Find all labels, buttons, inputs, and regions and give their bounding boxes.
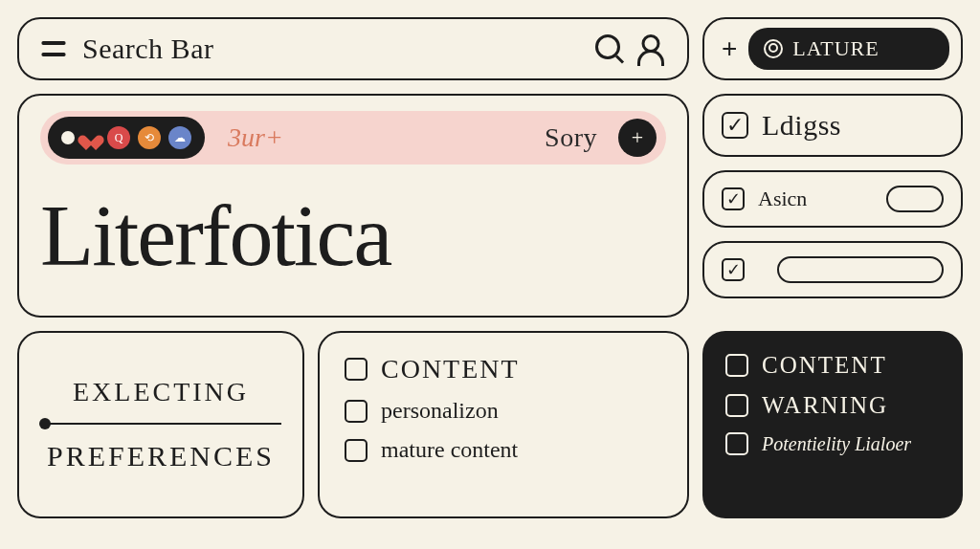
divider-icon [40,423,281,426]
circle-red-icon: Q [107,126,130,149]
tab-label-2: Sory [545,122,597,153]
ldigss-label: Ldigss [762,109,841,142]
tab-icon-cluster[interactable]: Q ⟲ ☁ [48,117,205,159]
mini-pill-icon [886,186,944,212]
content-heading-row: CONTENT [345,354,662,384]
checkbox-icon[interactable] [345,400,368,423]
circle-orange-icon: ⟲ [138,126,161,149]
warn-row-2: WARNING [725,392,940,419]
prefs-line1: EXLECTING [73,377,249,407]
top-right-group: + LATURE [702,17,963,80]
warning-panel: CONTENT WARNING Potentielity Lialoer [702,331,963,518]
user-mini-icon [764,39,783,58]
circle-blue-icon: ☁ [168,126,191,149]
prefs-line2: PREFERENCES [47,440,275,472]
warn-row-1: CONTENT [725,352,940,379]
asicn-panel[interactable]: ✓ Asicn [702,170,963,228]
content-item-1-row: personalizon [345,398,662,424]
plus-icon[interactable]: + [722,33,737,64]
lature-label: LATURE [792,36,879,61]
checkbox-icon[interactable]: ✓ [722,112,748,139]
blank-panel[interactable]: ✓ [702,241,963,298]
warn-row-3: Potentielity Lialoer [725,432,940,455]
content-item-1: personalizon [381,398,499,424]
content-panel: CONTENT personalizon mature content [318,331,689,518]
checkbox-icon[interactable] [725,394,748,417]
warn-line3: Potentielity Lialoer [762,433,911,455]
warn-line2: WARNING [762,392,888,419]
content-item-2-row: mature content [345,437,662,463]
search-bar[interactable]: Search Bar [17,17,689,80]
checkbox-icon[interactable]: ✓ [722,258,745,281]
checkbox-icon[interactable]: ✓ [722,187,745,210]
asicn-label: Asicn [758,187,807,211]
ldigss-panel[interactable]: ✓ Ldigss [702,94,963,157]
content-heading: CONTENT [381,354,520,384]
dot-icon [61,131,75,144]
hero-panel: Q ⟲ ☁ 3ur+ Sory + Literfotica [17,94,689,318]
preferences-panel: EXLECTING PREFERENCES [17,331,304,518]
mini-pill-icon [777,256,944,283]
checkbox-icon[interactable] [345,358,368,381]
menu-icon[interactable] [40,37,67,60]
user-icon[interactable] [637,34,664,63]
search-placeholder: Search Bar [82,33,580,65]
checkbox-icon[interactable] [725,354,748,377]
checkbox-icon[interactable] [725,432,748,455]
hero-tab-bar: Q ⟲ ☁ 3ur+ Sory + [40,111,666,165]
search-action-icons [595,34,664,63]
content-item-2: mature content [381,437,518,463]
tab-add-icon[interactable]: + [618,119,657,157]
tab-label-1: 3ur+ [228,122,283,153]
hero-title: Literfotica [40,191,666,279]
lature-pill[interactable]: LATURE [748,28,949,70]
warn-line1: CONTENT [762,352,887,379]
search-icon[interactable] [595,34,624,63]
heart-icon [82,129,100,146]
checkbox-icon[interactable] [345,439,368,462]
